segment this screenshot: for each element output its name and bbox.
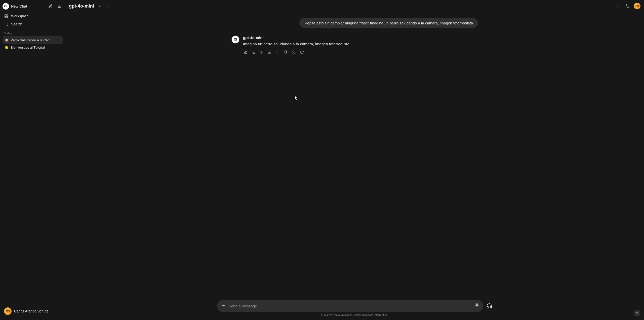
chevron-down-icon[interactable] <box>97 3 103 9</box>
svg-point-17 <box>628 7 628 8</box>
sidebar-item-workspace[interactable]: Workspace <box>3 12 63 20</box>
svg-point-13 <box>619 6 620 7</box>
assistant-avatar: OI <box>231 35 239 44</box>
model-selector[interactable]: gpt-4o-mini <box>69 4 94 9</box>
user-avatar: CS <box>4 307 12 315</box>
regenerate-icon[interactable] <box>299 50 304 54</box>
chat-item-title: Perro Saludando a la Cám <box>11 38 54 42</box>
conversation: Repite esto sin cambiar ninguna frase: I… <box>65 12 644 320</box>
assistant-text: Imagina un perro saludando a la cámara, … <box>243 41 478 47</box>
more-icon[interactable] <box>615 3 621 9</box>
message-input[interactable]: Send a Message <box>229 304 472 308</box>
topbar-avatar[interactable]: CS <box>634 3 640 9</box>
sidebar: OI New Chat Workspace Search Tod <box>0 0 65 320</box>
sidebar-item-label: Search <box>11 22 22 26</box>
svg-rect-3 <box>5 15 6 16</box>
controls-icon[interactable] <box>624 3 630 9</box>
topbar: gpt-4o-mini CS <box>65 0 644 12</box>
sidebar-item-search[interactable]: Search <box>3 20 63 28</box>
svg-marker-20 <box>260 51 261 53</box>
user-message[interactable]: Repite esto sin cambiar ninguna frase: I… <box>299 18 478 28</box>
chat-item-more-icon[interactable]: ⋯ <box>56 38 61 42</box>
sidebar-item-label: Workspace <box>11 14 29 18</box>
info-icon[interactable] <box>291 50 296 54</box>
app-logo[interactable]: OI <box>3 3 9 10</box>
chat-emoji-icon: 🐶 <box>5 38 9 42</box>
image-icon[interactable] <box>267 50 272 54</box>
edit-icon[interactable] <box>243 50 248 54</box>
sidebar-toggle-icon[interactable] <box>57 3 63 9</box>
svg-rect-6 <box>7 16 8 18</box>
thumbs-down-icon[interactable] <box>283 50 288 54</box>
composer[interactable]: Send a Message <box>217 300 483 312</box>
assistant-actions <box>243 50 478 54</box>
svg-point-7 <box>5 23 7 25</box>
svg-rect-4 <box>7 15 8 16</box>
workspace-icon <box>4 14 9 18</box>
headphones-icon[interactable] <box>486 303 492 309</box>
svg-point-22 <box>269 51 269 52</box>
assistant-message-row: OI gpt-4o-mini Imagina un perro saludand… <box>231 35 478 54</box>
assistant-name: gpt-4o-mini <box>243 35 478 40</box>
mic-icon[interactable] <box>475 303 480 308</box>
sidebar-header: OI New Chat <box>3 3 63 10</box>
help-button[interactable]: ? <box>634 310 640 316</box>
composer-area: Send a Message LLMs can make mistakes. V… <box>65 300 644 316</box>
search-icon <box>4 22 9 26</box>
attach-icon[interactable] <box>221 303 226 309</box>
chat-emoji-icon: 🌟 <box>5 46 9 49</box>
user-name: Carlos Arango Schütz <box>14 309 48 313</box>
user-message-row: Repite esto sin cambiar ninguna frase: I… <box>231 18 478 28</box>
chat-item-title: Bienvenidos al Tutorial <box>11 46 61 49</box>
disclaimer: LLMs can make mistakes. Verify important… <box>321 313 388 316</box>
new-chat-button[interactable]: New Chat <box>11 4 46 8</box>
svg-line-8 <box>7 25 8 26</box>
main: gpt-4o-mini CS Repite esto sin <box>65 0 644 320</box>
speaker-icon[interactable] <box>259 50 264 54</box>
chat-item[interactable]: 🐶 Perro Saludando a la Cám ⋯ <box>3 36 63 44</box>
sidebar-user[interactable]: CS Carlos Arango Schütz <box>3 305 63 317</box>
thumbs-up-icon[interactable] <box>275 50 280 54</box>
svg-point-12 <box>618 6 618 7</box>
svg-point-11 <box>616 6 617 7</box>
compose-icon[interactable] <box>48 3 54 9</box>
svg-point-15 <box>626 5 627 5</box>
section-label-today: Today <box>4 32 61 35</box>
svg-rect-5 <box>5 16 6 18</box>
add-model-icon[interactable] <box>105 3 111 9</box>
chat-item[interactable]: 🌟 Bienvenidos al Tutorial <box>3 44 63 51</box>
copy-icon[interactable] <box>251 50 256 54</box>
